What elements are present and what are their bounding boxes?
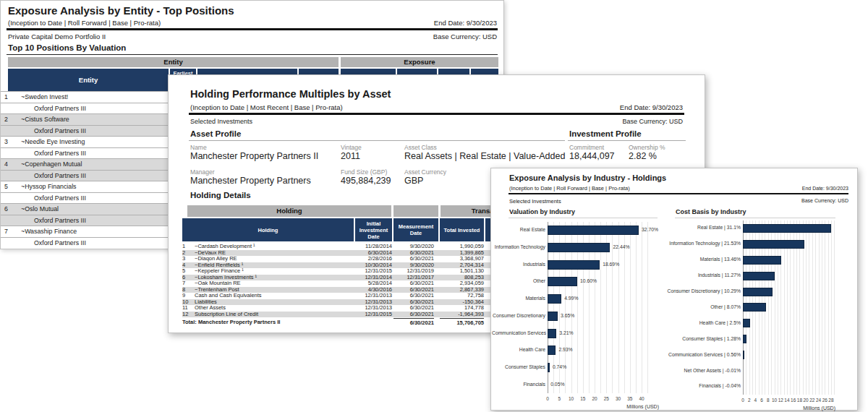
gridline xyxy=(831,220,832,395)
gridline xyxy=(815,220,816,395)
fund-name: Oxford Partners III xyxy=(34,238,86,249)
entity-link[interactable]: ~Cistus Software xyxy=(21,114,69,125)
entity-link[interactable]: ~Needle Eye Investing xyxy=(21,137,85,147)
axis-tick-label: 2 xyxy=(748,398,751,403)
category-label: Health Care | 2.5% xyxy=(654,320,741,325)
report-title: Exposure Analysis by Entity - Top Positi… xyxy=(8,4,234,17)
section-title: Top 10 Positions By Valuation xyxy=(8,43,126,52)
bar xyxy=(743,335,746,343)
category-label: Real Estate | 31.1% xyxy=(654,225,741,230)
row-number: 5 xyxy=(4,181,8,192)
chart-title-cost-basis: Cost Basis by Industry xyxy=(676,208,746,215)
bar xyxy=(743,224,831,233)
fund-name: Oxford Partners III xyxy=(34,148,86,159)
fund-name: Oxford Partners III xyxy=(34,215,86,226)
end-date: End Date: 9/30/2023 xyxy=(620,103,683,111)
category-label: Net Other Assets | -0.01% xyxy=(654,368,741,373)
report-subtitle: (Inception to Date | Roll Forward | Base… xyxy=(8,19,161,27)
selected-investments: Selected Investments xyxy=(509,198,561,205)
divider xyxy=(509,218,658,218)
field-value-asset-currency: GBP xyxy=(404,176,423,186)
row-number: 1 xyxy=(4,92,8,103)
initial-investment-date: 12/31/2015 xyxy=(355,312,392,318)
field-label-commitment: Commitment xyxy=(569,144,604,151)
divider xyxy=(189,113,684,115)
field-value-name: Manchester Property Partners II xyxy=(190,151,318,161)
divider xyxy=(568,140,686,141)
base-currency: Base Currency: USD xyxy=(622,118,683,125)
field-label-fund-size: Fund Size (GBP) xyxy=(341,168,387,176)
portfolio-name: Private Capital Demo Portfolio II xyxy=(8,33,106,40)
row-number: 7 xyxy=(4,226,8,237)
divider xyxy=(7,54,498,55)
entity-link[interactable]: ~Copenhagen Mutual xyxy=(21,159,82,170)
chart-title-valuation: Valuation by Industry xyxy=(509,208,575,215)
gridline xyxy=(825,220,825,395)
field-label-asset-currency: Asset Currency xyxy=(404,168,446,176)
column-header-measurement-date: Measurement Date xyxy=(393,218,438,241)
field-value-vintage: 2011 xyxy=(341,151,360,161)
axis-tick-label: 20 xyxy=(804,398,809,403)
cost-basis-by-industry-chart: Real Estate | 31.1%Information Technolog… xyxy=(491,220,859,408)
divider xyxy=(189,140,565,141)
axis-tick-label: 22 xyxy=(809,398,814,403)
group-header-holding: Holding xyxy=(187,205,391,217)
axis-tick-label: 4 xyxy=(754,398,757,403)
field-value-commitment: 18,444,097 xyxy=(569,151,615,161)
gridline xyxy=(822,220,822,395)
category-label: Communication Services | 0.56% xyxy=(654,352,741,357)
entity-link[interactable]: ~Oslo Mutual xyxy=(21,204,59,215)
total-measurement-date: 6/30/2021 xyxy=(393,318,434,327)
divider xyxy=(509,193,848,194)
axis-tick-label: 14 xyxy=(784,398,789,403)
total-invested: -1,964,393 xyxy=(440,312,484,318)
category-label: Consumer Discretionary | 10.29% xyxy=(654,288,741,293)
fund-name: Oxford Partners III xyxy=(34,103,86,114)
fund-name: Oxford Partners III xyxy=(34,126,86,137)
category-label: Financials | -0.04% xyxy=(654,383,741,388)
report-subtitle: (Inception to Date | Roll Forward | Base… xyxy=(509,185,630,192)
entity-link[interactable]: ~Sweden Invest! xyxy=(21,92,68,103)
axis-tick-label: 0 xyxy=(741,398,744,403)
holding-name: Subscription Line of Credit xyxy=(195,312,258,318)
group-header-entity: Entity xyxy=(8,57,339,67)
entity-link[interactable]: ~Hyssop Financials xyxy=(21,181,77,192)
bar xyxy=(743,351,744,359)
fund-name: Oxford Partners III xyxy=(34,193,86,204)
axis-tick-label: 8 xyxy=(767,398,770,403)
axis-tick-label: 28 xyxy=(828,398,833,403)
axis-title: Millions (USD) xyxy=(792,405,835,411)
investment-profile-heading: Investment Profile xyxy=(569,129,642,138)
category-label: Materials | 13.46% xyxy=(654,257,741,262)
bar xyxy=(743,303,766,312)
column-header-initial-date: Initial Investment Date xyxy=(355,218,392,241)
group-header-blank xyxy=(393,205,438,217)
selected-investments: Selected Investments xyxy=(190,118,252,125)
entity-link[interactable]: ~Wasaship Finance xyxy=(21,226,77,237)
divider xyxy=(675,218,835,218)
measurement-date: 6/30/2021 xyxy=(393,312,434,318)
bar xyxy=(743,288,773,296)
window-industry-report: Exposure Analysis by Industry - Holdings… xyxy=(490,168,858,411)
gridline xyxy=(812,220,813,395)
end-date: End Date: 9/30/2023 xyxy=(802,186,848,191)
table-group-header: Entity Exposure xyxy=(1,57,505,67)
field-value-asset-class: Real Assets | Real Estate | Value-Added xyxy=(404,151,565,161)
column-header-total-invested: Total Invested xyxy=(440,218,484,241)
category-label: Other | 8.07% xyxy=(654,304,741,309)
gridline xyxy=(809,220,809,395)
field-value-fund-size: 495,884,239 xyxy=(341,176,391,186)
bar xyxy=(743,240,804,249)
field-label-manager: Manager xyxy=(190,168,215,176)
base-currency: Base Currency: USD xyxy=(801,198,848,203)
axis-tick-label: 12 xyxy=(778,398,783,403)
axis-tick-label: 18 xyxy=(797,398,802,403)
column-header-entity: Entity xyxy=(8,69,169,91)
axis-tick-label: 26 xyxy=(822,398,827,403)
category-label: Consumer Staples | 1.28% xyxy=(654,336,741,341)
row-number: 12 xyxy=(182,312,188,318)
holding-details-heading: Holding Details xyxy=(190,191,251,199)
axis-tick-label: 6 xyxy=(760,398,763,403)
field-label-name: Name xyxy=(190,144,207,151)
base-currency: Base Currency: USD xyxy=(433,33,497,40)
